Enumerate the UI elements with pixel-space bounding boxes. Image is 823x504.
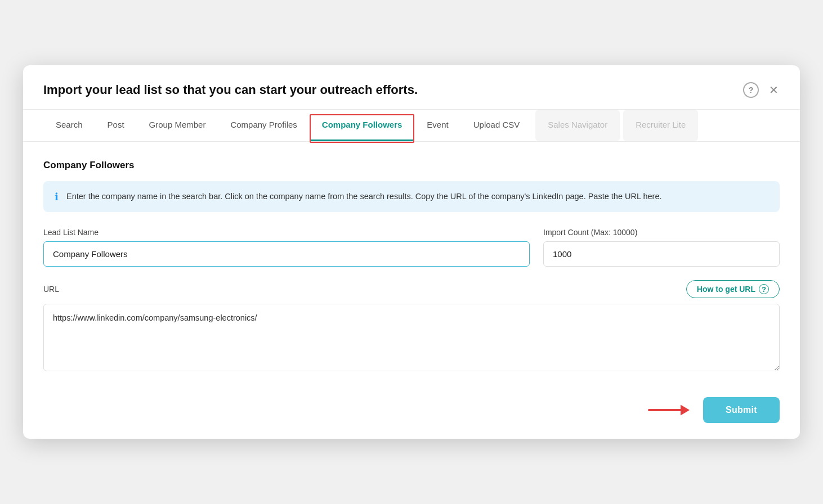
fields-row: Lead List Name Import Count (Max: 10000) <box>43 228 780 267</box>
submit-button[interactable]: Submit <box>703 397 780 423</box>
how-to-url-icon: ? <box>759 284 769 294</box>
modal-title: Import your lead list so that you can st… <box>43 83 418 97</box>
tab-post[interactable]: Post <box>95 110 137 141</box>
import-count-label: Import Count (Max: 10000) <box>543 228 780 237</box>
url-section: URL How to get URL ? https://www.linkedi… <box>43 280 780 371</box>
how-to-url-button[interactable]: How to get URL ? <box>686 280 780 298</box>
lead-list-name-label: Lead List Name <box>43 228 530 237</box>
tab-recruiter-lite: Recruiter Lite <box>623 110 698 141</box>
modal-body: Company Followers ℹ Enter the company na… <box>23 142 800 387</box>
info-text: Enter the company name in the search bar… <box>66 190 662 203</box>
tabs-bar: Search Post Group Member Company Profile… <box>23 110 800 142</box>
tab-company-followers-wrapper: Company Followers <box>310 110 415 141</box>
section-title: Company Followers <box>43 160 780 171</box>
lead-list-name-group: Lead List Name <box>43 228 530 267</box>
close-icon: ✕ <box>769 84 779 96</box>
tab-event[interactable]: Event <box>414 110 460 141</box>
url-label: URL <box>43 285 59 294</box>
lead-list-name-input[interactable] <box>43 241 530 267</box>
tab-company-followers[interactable]: Company Followers <box>310 110 415 141</box>
how-to-url-label: How to get URL <box>697 285 755 294</box>
arrow-icon <box>647 400 692 420</box>
info-icon: ℹ <box>55 191 59 203</box>
svg-marker-1 <box>681 404 690 415</box>
tab-search[interactable]: Search <box>43 110 95 141</box>
tab-group-member[interactable]: Group Member <box>137 110 218 141</box>
help-button[interactable]: ? <box>742 81 760 99</box>
url-textarea[interactable]: https://www.linkedin.com/company/samsung… <box>43 304 780 371</box>
tab-upload-csv[interactable]: Upload CSV <box>461 110 533 141</box>
modal-header: Import your lead list so that you can st… <box>23 65 800 110</box>
tab-sales-navigator: Sales Navigator <box>535 110 620 141</box>
import-count-input[interactable] <box>543 241 780 267</box>
header-icons: ? ✕ <box>742 81 780 99</box>
modal-footer: Submit <box>23 387 800 439</box>
tab-company-profiles[interactable]: Company Profiles <box>218 110 309 141</box>
info-box: ℹ Enter the company name in the search b… <box>43 181 780 212</box>
url-header: URL How to get URL ? <box>43 280 780 298</box>
submit-arrow-indicator <box>647 400 692 420</box>
import-modal: Import your lead list so that you can st… <box>23 65 800 439</box>
import-count-group: Import Count (Max: 10000) <box>543 228 780 267</box>
help-icon: ? <box>743 82 759 98</box>
close-button[interactable]: ✕ <box>768 83 780 97</box>
